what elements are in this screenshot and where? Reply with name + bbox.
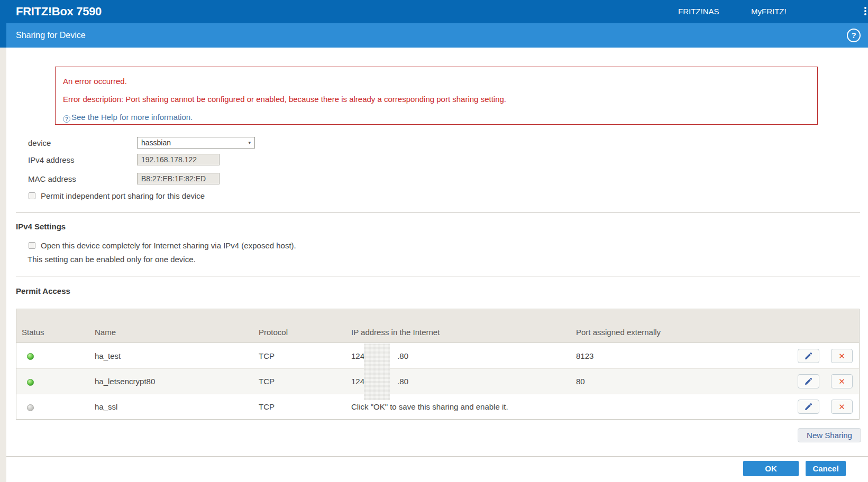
left-header-strip bbox=[0, 23, 6, 48]
edit-button[interactable] bbox=[798, 349, 819, 363]
row-name: ha_letsencrypt80 bbox=[90, 377, 254, 386]
permit-access-heading: Permit Access bbox=[16, 286, 70, 295]
table-row: ha_letsencrypt80 TCP 124..80 80 ✕ bbox=[16, 368, 859, 394]
permit-independent-label: Permit independent port sharing for this… bbox=[41, 191, 205, 200]
error-help-text: See the Help for more information. bbox=[71, 113, 193, 122]
ipv4-label: IPv4 address bbox=[28, 155, 137, 164]
delete-button[interactable]: ✕ bbox=[831, 400, 853, 414]
row-protocol: TCP bbox=[254, 402, 347, 411]
error-box: An error occurred. Error description: Po… bbox=[55, 67, 818, 125]
exposed-host-note: This setting can be enabled only for one… bbox=[28, 255, 196, 264]
col-protocol: Protocol bbox=[254, 328, 347, 342]
row-name: ha_ssl bbox=[90, 402, 254, 411]
exposed-host-checkbox[interactable] bbox=[29, 242, 35, 249]
help-icon[interactable]: ? bbox=[847, 29, 861, 42]
x-icon: ✕ bbox=[838, 377, 845, 385]
device-select[interactable]: hassbian ▾ bbox=[137, 137, 255, 149]
nav-myfritz[interactable]: MyFRITZ! bbox=[751, 0, 787, 23]
exposed-host-row: Open this device completely for Internet… bbox=[29, 241, 296, 250]
divider bbox=[16, 276, 860, 276]
error-description: Error description: Port sharing cannot b… bbox=[63, 94, 810, 105]
row-protocol: TCP bbox=[254, 351, 347, 360]
col-name: Name bbox=[90, 328, 254, 342]
device-row: device hassbian ▾ bbox=[28, 137, 255, 149]
permit-independent-row: Permit independent port sharing for this… bbox=[29, 191, 205, 200]
fritzbox-page: FRITZ!Box 7590 FRITZ!NAS MyFRITZ! Sharin… bbox=[0, 0, 868, 482]
edit-button[interactable] bbox=[798, 374, 819, 388]
mac-row: MAC address B8:27:EB:1F:82:ED bbox=[28, 173, 220, 184]
cancel-button[interactable]: Cancel bbox=[806, 461, 846, 476]
ipv4-settings-heading: IPv4 Settings bbox=[16, 222, 66, 231]
x-icon: ✕ bbox=[838, 403, 845, 411]
ok-button[interactable]: OK bbox=[743, 461, 799, 476]
brand-title: FRITZ!Box 7590 bbox=[16, 0, 102, 23]
table-row: ha_ssl TCP Click "OK" to save this shari… bbox=[16, 394, 859, 419]
chevron-down-icon: ▾ bbox=[248, 137, 251, 148]
kebab-menu-icon[interactable] bbox=[864, 7, 868, 16]
permit-independent-checkbox[interactable] bbox=[29, 192, 35, 199]
row-protocol: TCP bbox=[254, 377, 347, 386]
col-port: Port assigned externally bbox=[572, 328, 791, 342]
mac-label: MAC address bbox=[28, 174, 137, 183]
divider bbox=[6, 456, 868, 457]
col-ip: IP address in the Internet bbox=[347, 328, 572, 342]
device-select-value: hassbian bbox=[141, 138, 171, 147]
pencil-icon bbox=[805, 377, 812, 385]
page-title: Sharing for Device bbox=[16, 23, 86, 48]
delete-button[interactable]: ✕ bbox=[831, 349, 853, 363]
row-message: Click "OK" to save this sharing and enab… bbox=[347, 402, 572, 411]
delete-button[interactable]: ✕ bbox=[831, 374, 853, 388]
status-active-icon bbox=[27, 379, 34, 386]
mac-address-field: B8:27:EB:1F:82:ED bbox=[137, 173, 220, 184]
new-sharing-button[interactable]: New Sharing bbox=[798, 428, 861, 442]
status-active-icon bbox=[27, 353, 34, 360]
ipv4-row: IPv4 address 192.168.178.122 bbox=[28, 154, 220, 165]
page-header-bar: Sharing for Device ? bbox=[6, 23, 868, 48]
port-sharing-table: Status Name Protocol IP address in the I… bbox=[16, 309, 860, 420]
exposed-host-label: Open this device completely for Internet… bbox=[41, 241, 296, 250]
redaction-blur bbox=[364, 344, 390, 400]
col-status: Status bbox=[16, 328, 90, 342]
divider bbox=[16, 212, 860, 213]
content-panel: An error occurred. Error description: Po… bbox=[6, 48, 868, 482]
top-bar: FRITZ!Box 7590 FRITZ!NAS MyFRITZ! bbox=[0, 0, 868, 23]
table-header-row: Status Name Protocol IP address in the I… bbox=[16, 309, 859, 343]
x-icon: ✕ bbox=[838, 352, 845, 360]
device-label: device bbox=[28, 138, 137, 147]
error-title: An error occurred. bbox=[63, 76, 810, 87]
ipv4-address-field: 192.168.178.122 bbox=[137, 154, 220, 165]
edit-button[interactable] bbox=[798, 400, 819, 414]
row-port: 8123 bbox=[572, 351, 791, 360]
row-port: 80 bbox=[572, 377, 791, 386]
pencil-icon bbox=[805, 352, 812, 360]
help-circle-icon: ? bbox=[63, 115, 70, 123]
status-inactive-icon bbox=[27, 404, 34, 411]
col-actions bbox=[791, 337, 859, 342]
table-row: ha_test TCP 124..80 8123 ✕ bbox=[16, 343, 859, 368]
pencil-icon bbox=[805, 403, 812, 411]
error-help-link[interactable]: ?See the Help for more information. bbox=[63, 112, 810, 123]
nav-fritznas[interactable]: FRITZ!NAS bbox=[678, 0, 719, 23]
row-name: ha_test bbox=[90, 351, 254, 360]
page-left-margin bbox=[0, 48, 6, 482]
